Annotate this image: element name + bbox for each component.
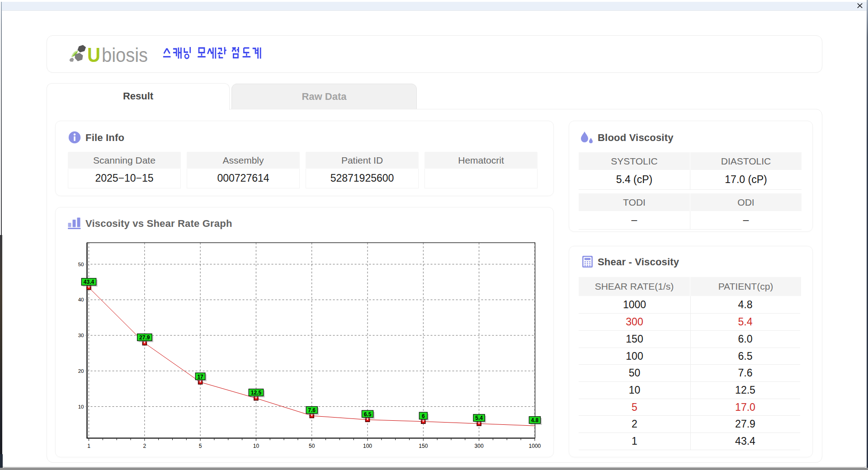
svg-text:4.8: 4.8 <box>531 417 539 423</box>
svg-text:150: 150 <box>419 443 428 449</box>
svg-text:20: 20 <box>78 368 84 374</box>
svg-text:100: 100 <box>363 443 372 449</box>
svg-text:10: 10 <box>78 404 84 409</box>
svg-text:40: 40 <box>78 297 84 302</box>
svg-text:2: 2 <box>143 443 146 449</box>
svg-text:50: 50 <box>78 262 84 267</box>
svg-text:12.5: 12.5 <box>251 390 262 396</box>
svg-text:5: 5 <box>199 443 202 449</box>
svg-text:30: 30 <box>78 333 84 338</box>
svg-text:6: 6 <box>422 413 425 419</box>
svg-text:U: U <box>87 43 100 65</box>
svg-text:10: 10 <box>253 443 259 449</box>
svg-text:6.5: 6.5 <box>364 411 372 418</box>
svg-text:5.4: 5.4 <box>475 415 483 421</box>
svg-text:43.4: 43.4 <box>84 279 94 285</box>
svg-text:17: 17 <box>197 374 203 380</box>
svg-text:27.9: 27.9 <box>139 334 150 341</box>
svg-text:1: 1 <box>87 443 90 449</box>
svg-text:300: 300 <box>475 443 484 449</box>
svg-text:1000: 1000 <box>529 443 541 449</box>
svg-text:7.6: 7.6 <box>308 407 316 414</box>
svg-text:50: 50 <box>309 443 315 449</box>
svg-text:biosis: biosis <box>102 44 148 65</box>
